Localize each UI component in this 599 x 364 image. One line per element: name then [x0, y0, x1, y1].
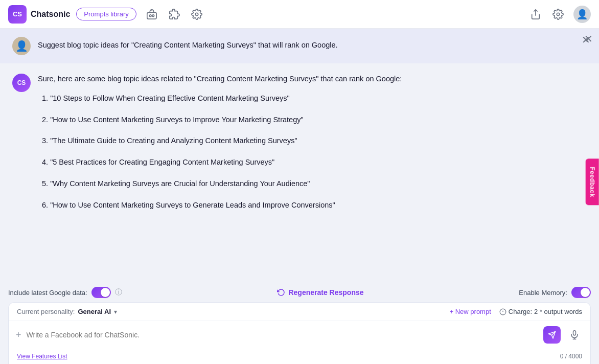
new-prompt-button[interactable]: + New prompt — [450, 308, 491, 315]
google-data-label: Include latest Google data: — [8, 289, 87, 297]
list-item: "How to Use Content Marketing Surveys to… — [38, 200, 587, 211]
chevron-down-icon[interactable]: ▾ — [114, 308, 117, 315]
user-message-text: Suggest blog topic ideas for "Creating C… — [38, 37, 338, 51]
prompts-library-button[interactable]: Prompts library — [76, 8, 136, 20]
personality-value: General AI — [78, 308, 111, 315]
plus-icon[interactable]: + — [16, 330, 21, 340]
puzzle-icon[interactable] — [167, 7, 181, 21]
list-item: "Why Content Marketing Surveys are Cruci… — [38, 178, 587, 190]
header-icons — [145, 7, 204, 21]
list-item: "5 Best Practices for Creating Engaging … — [38, 157, 587, 168]
header: CS Chatsonic Prompts library — [0, 0, 599, 29]
view-features-link[interactable]: View Features List — [17, 353, 67, 360]
send-button[interactable] — [543, 326, 561, 344]
input-container: Current personality: General AI ▾ + New … — [8, 302, 591, 364]
feedback-tab[interactable]: Feedback — [585, 158, 598, 205]
svg-rect-0 — [147, 12, 156, 19]
ai-avatar: CS — [12, 74, 31, 92]
svg-point-2 — [152, 14, 154, 16]
logo-name: Chatsonic — [31, 10, 70, 19]
svg-rect-12 — [573, 331, 576, 335]
ai-message-content: Sure, here are some blog topic ideas rel… — [38, 74, 587, 221]
chat-area: 👤 Suggest blog topic ideas for "Creating… — [0, 29, 599, 364]
header-right: 👤 — [528, 6, 591, 23]
svg-point-4 — [195, 13, 198, 16]
mic-button[interactable] — [566, 326, 583, 344]
regenerate-row: Include latest Google data: ⓘ Regenerate… — [8, 287, 591, 298]
bot-icon[interactable] — [145, 7, 159, 21]
input-row: + — [9, 321, 590, 349]
ai-message: CS Sure, here are some blog topic ideas … — [0, 63, 599, 231]
memory-toggle[interactable] — [571, 287, 591, 298]
user-avatar[interactable]: 👤 — [573, 6, 591, 23]
list-item: "How to Use Content Marketing Surveys to… — [38, 115, 587, 126]
logo-icon: CS — [8, 5, 27, 24]
ai-intro: Sure, here are some blog topic ideas rel… — [38, 74, 587, 85]
google-data-toggle-area: Include latest Google data: ⓘ — [8, 287, 122, 298]
gear-icon[interactable] — [190, 7, 204, 21]
chat-input[interactable] — [27, 331, 538, 339]
char-count: 0 / 4000 — [560, 353, 582, 360]
settings-icon[interactable] — [551, 7, 565, 21]
list-item: "The Ultimate Guide to Creating and Anal… — [38, 135, 587, 147]
close-icon[interactable]: ✕ — [579, 33, 593, 47]
personality-bar: Current personality: General AI ▾ + New … — [9, 303, 590, 321]
info-icon[interactable]: ⓘ — [115, 288, 122, 297]
user-avatar-small: 👤 — [12, 37, 31, 55]
user-message: 👤 Suggest blog topic ideas for "Creating… — [0, 29, 599, 63]
ai-list: "10 Steps to Follow When Creating Effect… — [38, 93, 587, 211]
regenerate-label: Regenerate Response — [288, 288, 363, 297]
charge-value: 2 * output words — [534, 308, 582, 315]
bottom-controls: Include latest Google data: ⓘ Regenerate… — [0, 284, 599, 364]
svg-point-1 — [149, 14, 151, 16]
charge-info: Charge: 2 * output words — [499, 308, 582, 315]
regenerate-button[interactable]: Regenerate Response — [277, 288, 363, 297]
personality-label: Current personality: — [17, 308, 75, 315]
share-icon[interactable] — [528, 7, 543, 21]
memory-label: Enable Memory: — [519, 289, 567, 297]
logo-area: CS Chatsonic — [8, 5, 70, 24]
memory-toggle-area: Enable Memory: — [519, 287, 591, 298]
footer-bar: View Features List 0 / 4000 — [9, 349, 590, 364]
personality-right: + New prompt Charge: 2 * output words — [450, 308, 583, 315]
svg-point-6 — [557, 13, 560, 16]
personality-left: Current personality: General AI ▾ — [17, 308, 117, 315]
google-data-toggle[interactable] — [91, 287, 111, 298]
messages-container: 👤 Suggest blog topic ideas for "Creating… — [0, 29, 599, 284]
charge-label: Charge: — [509, 308, 532, 315]
list-item: "10 Steps to Follow When Creating Effect… — [38, 93, 587, 104]
